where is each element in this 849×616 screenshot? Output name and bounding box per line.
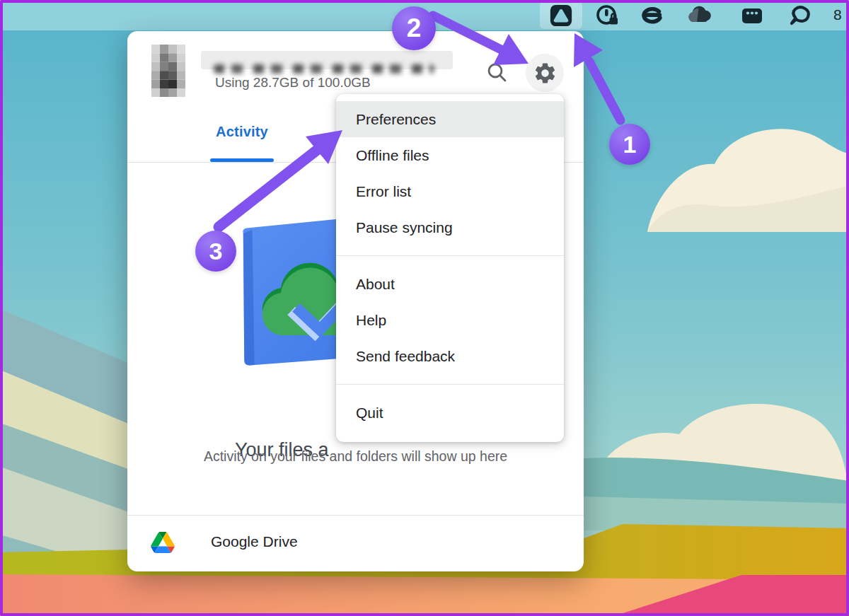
gear-icon bbox=[533, 61, 558, 86]
app-name-label: Google Drive bbox=[211, 533, 298, 550]
step-2-number: 2 bbox=[407, 13, 422, 43]
menu-item-error-list[interactable]: Error list bbox=[336, 173, 564, 209]
settings-button[interactable] bbox=[526, 54, 564, 92]
blurred-email-text bbox=[214, 64, 434, 74]
search-icon bbox=[485, 61, 509, 85]
menu-item-help[interactable]: Help bbox=[336, 302, 564, 338]
onedrive-cloud-icon[interactable] bbox=[685, 3, 716, 28]
step-1-number: 1 bbox=[623, 131, 637, 158]
menu-item-preferences[interactable]: Preferences bbox=[336, 101, 564, 137]
google-drive-menubar-icon[interactable] bbox=[540, 1, 582, 29]
footer-divider bbox=[127, 515, 584, 516]
menubar-clock-text: 8 bbox=[833, 6, 842, 23]
tab-activity[interactable]: Activity bbox=[192, 124, 291, 140]
window-dots-icon[interactable] bbox=[739, 3, 765, 28]
menu-item-send-feedback[interactable]: Send feedback bbox=[336, 338, 564, 374]
step-3-badge: 3 bbox=[195, 231, 236, 272]
menu-item-pause-syncing[interactable]: Pause syncing bbox=[336, 209, 564, 245]
avatar bbox=[151, 45, 185, 97]
activity-caption: Activity on your files and folders will … bbox=[127, 448, 584, 465]
settings-menu: Preferences Offline files Error list Pau… bbox=[336, 94, 564, 442]
step-3-number: 3 bbox=[209, 238, 223, 265]
step-2-badge: 2 bbox=[392, 6, 436, 50]
menu-divider bbox=[336, 255, 564, 256]
menu-item-about[interactable]: About bbox=[336, 266, 564, 302]
screenshot-root: 8 Using 28.7GB of 100.0GB bbox=[0, 0, 849, 616]
google-drive-logo bbox=[151, 532, 175, 553]
menu-item-quit[interactable]: Quit bbox=[336, 395, 564, 431]
menu-divider bbox=[336, 384, 564, 385]
search-button[interactable] bbox=[485, 60, 510, 86]
timer-lock-icon[interactable] bbox=[594, 3, 620, 28]
step-1-badge: 1 bbox=[609, 124, 650, 165]
storage-usage-text: Using 28.7GB of 100.0GB bbox=[215, 75, 371, 91]
expressvpn-icon[interactable] bbox=[638, 3, 664, 28]
menu-item-offline-files[interactable]: Offline files bbox=[336, 137, 564, 173]
lasso-shape-icon[interactable] bbox=[787, 3, 814, 28]
